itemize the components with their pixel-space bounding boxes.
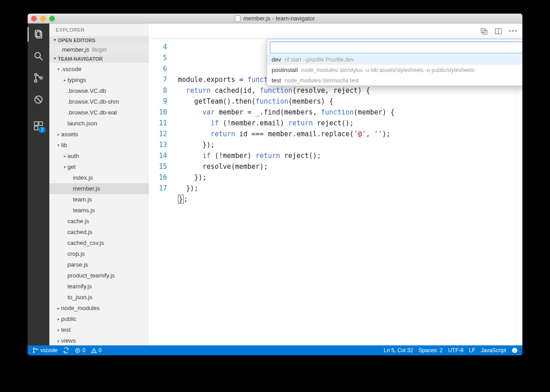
tree-item[interactable]: teamify.js bbox=[49, 281, 149, 292]
tree-item-label: auth bbox=[67, 152, 79, 161]
tree-item-label: member.js bbox=[73, 184, 100, 193]
tree-item[interactable]: ▸node_modules bbox=[49, 303, 149, 314]
tree-item-label: cached_csv.js bbox=[67, 239, 104, 248]
tree-item[interactable]: ▸assets bbox=[49, 129, 149, 140]
tree-item[interactable]: cached_csv.js bbox=[49, 238, 149, 249]
explorer-panel: EXPLORER ▾ OPEN EDITORS member.js lib/ge… bbox=[49, 24, 149, 345]
extensions-icon[interactable]: 2 bbox=[32, 120, 45, 132]
indent-setting[interactable]: Spaces: 2 bbox=[419, 347, 443, 354]
tree-item[interactable]: member.js bbox=[49, 183, 149, 194]
tree-item-label: .browse.VC.db bbox=[67, 86, 106, 96]
svg-rect-13 bbox=[483, 30, 487, 34]
chevron-icon: ▸ bbox=[56, 304, 61, 313]
svg-rect-0 bbox=[35, 30, 40, 37]
tree-item[interactable]: index.js bbox=[49, 172, 149, 183]
source-control-icon[interactable] bbox=[32, 72, 45, 84]
svg-point-24 bbox=[512, 348, 517, 353]
eol[interactable]: LF bbox=[469, 347, 475, 354]
show-references-icon[interactable] bbox=[480, 27, 488, 35]
svg-line-8 bbox=[36, 97, 41, 102]
task-picker-input[interactable] bbox=[270, 42, 522, 53]
open-editor-item[interactable]: member.js lib/get bbox=[49, 44, 149, 55]
open-editors-header[interactable]: ▾ OPEN EDITORS bbox=[49, 36, 149, 44]
task-picker: devnf start --procfile Procfile.devposti… bbox=[267, 39, 522, 86]
svg-rect-1 bbox=[37, 32, 42, 38]
search-icon[interactable] bbox=[32, 50, 45, 62]
tree-item[interactable]: team.js bbox=[49, 194, 149, 205]
file-tree: ▾.vscode▸typings.browse.VC.db.browse.VC.… bbox=[49, 63, 149, 345]
svg-point-17 bbox=[33, 352, 34, 353]
svg-point-16 bbox=[33, 348, 34, 349]
svg-line-3 bbox=[40, 57, 43, 60]
tree-item[interactable]: crop.js bbox=[49, 249, 149, 259]
tree-item[interactable]: .browse.VC.db-shm bbox=[49, 96, 149, 107]
project-header[interactable]: ▾ TEAM-NAVIGATOR bbox=[49, 55, 149, 63]
tree-item-label: parse.js bbox=[67, 260, 88, 269]
explorer-icon[interactable] bbox=[32, 28, 45, 41]
debug-icon[interactable] bbox=[32, 93, 45, 106]
svg-rect-9 bbox=[34, 122, 38, 125]
tree-item-label: typings bbox=[67, 76, 86, 85]
task-label: postinstall bbox=[272, 67, 298, 73]
chevron-icon: ▾ bbox=[62, 163, 67, 172]
tree-item-label: index.js bbox=[73, 173, 93, 182]
tree-item[interactable]: cache.js bbox=[49, 216, 149, 227]
cursor-position[interactable]: Ln 5, Col 32 bbox=[384, 347, 413, 354]
tree-item[interactable]: launch.json bbox=[49, 118, 149, 129]
tree-item[interactable]: ▸views bbox=[49, 335, 149, 345]
body-area: 2 EXPLORER ▾ OPEN EDITORS member.js lib/… bbox=[28, 24, 522, 345]
warnings-count[interactable]: 0 bbox=[91, 347, 102, 354]
tree-item-label: launch.json bbox=[67, 119, 97, 128]
more-actions-icon[interactable]: ••• bbox=[509, 28, 518, 34]
tree-item[interactable]: ▸test bbox=[49, 325, 149, 335]
svg-rect-10 bbox=[39, 122, 43, 125]
feedback-icon[interactable] bbox=[512, 347, 518, 354]
task-detail: node_modules/.bin/mocha test bbox=[285, 77, 359, 84]
task-picker-item[interactable]: testnode_modules/.bin/mocha test bbox=[267, 75, 522, 86]
tree-item-label: lib bbox=[61, 141, 67, 150]
errors-count[interactable]: 0 bbox=[75, 347, 86, 354]
svg-point-4 bbox=[35, 74, 37, 76]
tree-item[interactable]: to_json.js bbox=[49, 292, 149, 303]
tree-item[interactable]: ▾lib bbox=[49, 140, 149, 151]
tree-item[interactable]: ▸typings bbox=[49, 75, 149, 86]
tree-item-label: crop.js bbox=[67, 249, 85, 258]
sync-icon[interactable] bbox=[63, 347, 69, 354]
tree-item[interactable]: teams.js bbox=[49, 205, 149, 216]
tree-item[interactable]: ▸auth bbox=[49, 151, 149, 162]
chevron-icon: ▾ bbox=[56, 65, 61, 74]
chevron-icon: ▸ bbox=[56, 325, 61, 335]
tree-item[interactable]: parse.js bbox=[49, 259, 149, 270]
tree-item-label: test bbox=[61, 325, 71, 335]
tree-item-label: .browse.VC.db-wal bbox=[67, 108, 117, 117]
task-label: test bbox=[272, 77, 281, 84]
tree-item[interactable]: .browse.VC.db-wal bbox=[49, 107, 149, 118]
tree-item-label: teams.js bbox=[73, 206, 95, 215]
tree-item-label: team.js bbox=[73, 195, 92, 204]
tree-item-label: product_teamify.js bbox=[67, 271, 115, 280]
open-editor-path: lib/get bbox=[92, 47, 106, 53]
tree-item-label: assets bbox=[61, 130, 78, 139]
tree-item[interactable]: .browse.VC.db bbox=[49, 86, 149, 96]
task-label: dev bbox=[272, 56, 281, 63]
file-icon bbox=[235, 15, 240, 22]
svg-point-18 bbox=[36, 349, 37, 350]
tree-item[interactable]: cached.js bbox=[49, 227, 149, 238]
tree-item[interactable]: ▸public bbox=[49, 314, 149, 325]
tree-item-label: teamify.js bbox=[67, 282, 92, 291]
task-picker-item[interactable]: postinstallnode_modules/.bin/stylus -u n… bbox=[267, 65, 522, 75]
tree-item-label: cached.js bbox=[67, 228, 92, 237]
split-editor-icon[interactable] bbox=[494, 27, 502, 35]
tree-item[interactable]: product_teamify.js bbox=[49, 270, 149, 281]
tree-item[interactable]: ▾get bbox=[49, 162, 149, 172]
tree-item[interactable]: ▾.vscode bbox=[49, 64, 149, 75]
encoding[interactable]: UTF-8 bbox=[448, 347, 464, 354]
svg-point-25 bbox=[513, 349, 514, 350]
language-mode[interactable]: JavaScript bbox=[481, 347, 506, 354]
explorer-title: EXPLORER bbox=[49, 24, 149, 36]
editor-area: ••• devnf start --procfile Procfile.devp… bbox=[149, 24, 522, 345]
line-numbers: 4567891011121314151617 bbox=[149, 39, 173, 345]
task-picker-item[interactable]: devnf start --procfile Procfile.dev bbox=[267, 54, 522, 65]
open-editor-filename: member.js bbox=[62, 46, 89, 53]
git-branch[interactable]: vscode bbox=[32, 347, 57, 354]
